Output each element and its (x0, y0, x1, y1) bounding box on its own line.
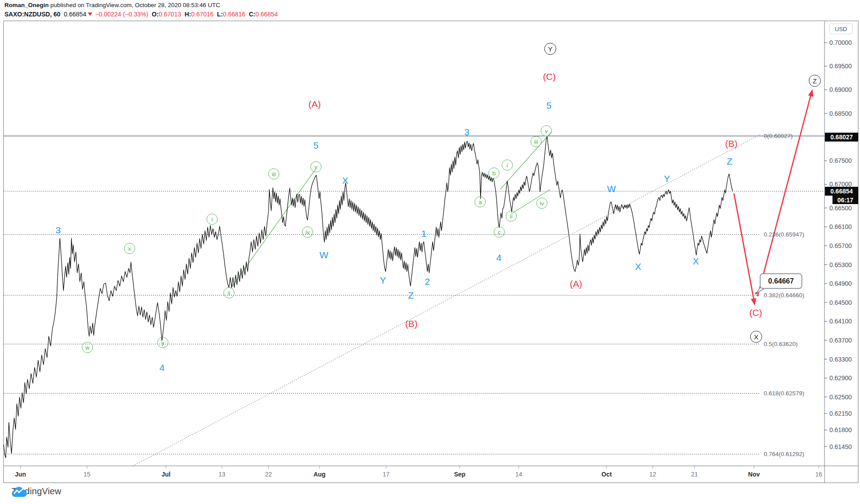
price-tick-label: 0.62500 (829, 394, 852, 400)
price-tick-label: 0.66100 (829, 224, 852, 230)
wave-label-blue: Y (380, 276, 386, 285)
time-axis-label: 14 (515, 471, 522, 477)
price-tick-label: 0.61800 (829, 427, 852, 433)
wave-label-blue: 5 (313, 141, 319, 150)
fib-zero-price-tag: 0.68027 (825, 133, 858, 142)
time-axis-label: 12 (649, 471, 656, 477)
fib-level-label: 0.764(0.61292) (764, 451, 805, 457)
chart-page: Roman_Onegin published on TradingView.co… (0, 0, 860, 504)
price-tick-label: 0.64100 (829, 318, 852, 324)
price-tick-label: 0.66500 (829, 205, 852, 211)
fib-level-label: 0.618(0.62579) (764, 390, 805, 397)
time-axis-label: Oct (601, 471, 611, 477)
price-tick-label: 0.61450 (829, 444, 852, 450)
circled-wave-label-green: w (82, 342, 93, 353)
time-axis-label: Jul (162, 471, 170, 477)
projection-arrowhead (751, 298, 756, 306)
time-axis-label: 17 (383, 471, 390, 477)
price-tick-label: 0.62150 (829, 410, 852, 417)
price-tick-label: 0.69500 (829, 63, 852, 69)
time-axis-label: Sep (454, 471, 466, 477)
time-axis-label: 22 (265, 471, 272, 477)
last-price-tag: 0.66854 (825, 187, 858, 196)
time-axis-label: 21 (691, 471, 698, 477)
time-axis-label: 13 (218, 471, 225, 477)
time-axis-label: Nov (748, 471, 760, 477)
price-tick-label: 0.65300 (829, 262, 852, 268)
price-tick-label: 0.64900 (829, 280, 852, 287)
circled-wave-label-green: iii (268, 169, 280, 180)
circled-wave-label-black: Z (809, 75, 821, 87)
projection-arrow-line (734, 193, 754, 303)
circled-wave-label-green: b (489, 168, 500, 179)
time-axis-label: 15 (83, 471, 91, 477)
circled-wave-label-black: Y (544, 43, 556, 55)
tradingview-footer: TradingView (12, 486, 61, 496)
circled-wave-label-green: a (475, 197, 486, 208)
circled-wave-label-green: v (311, 161, 322, 173)
circled-wave-label-green: i (502, 160, 513, 171)
price-tick-label: 0.69000 (829, 87, 852, 93)
wave-label-blue: W (320, 250, 328, 260)
bar-countdown-tag: 06:17 (832, 196, 858, 204)
wave-label-blue: W (607, 184, 616, 193)
price-tick-label: 0.63700 (829, 337, 852, 343)
wave-label-blue: 2 (425, 277, 430, 286)
fib-level-label: 0(0.68027) (764, 133, 793, 139)
time-axis-label: Jun (15, 471, 26, 477)
price-tick-label: 0.63300 (829, 356, 852, 362)
circled-wave-label-black: X (750, 331, 762, 343)
fib-level-label: 0.5(0.63620) (764, 341, 798, 347)
wave-label-blue: X (693, 256, 699, 266)
wave-label-blue: X (635, 262, 641, 271)
circled-wave-label-green: iv (302, 227, 313, 238)
fib-level-label: 0.382(0.64660) (764, 292, 805, 299)
wave-label-red: (B) (725, 139, 738, 148)
wave-label-red: (C) (749, 308, 762, 317)
wave-label-red: (C) (543, 72, 556, 81)
wave-label-blue: Z (408, 291, 414, 300)
wave-label-blue: X (342, 176, 348, 185)
circled-wave-label-green: y (158, 337, 169, 348)
wave-label-blue: 5 (546, 101, 552, 110)
circled-wave-label-green: ii (224, 287, 235, 299)
fib-anchor-dot (755, 292, 757, 295)
projection-arrow-line (757, 91, 812, 296)
circled-wave-label-green: x (124, 243, 135, 254)
circled-wave-label-green: c (494, 227, 505, 238)
tradingview-logo-icon[interactable] (12, 486, 27, 498)
circled-wave-label-green: iii (531, 136, 542, 147)
price-tick-label: 0.67500 (829, 158, 852, 164)
wave-label-blue: Z (727, 157, 733, 166)
price-target-tooltip: 0.64667 (760, 273, 802, 289)
price-tick-label: 0.64500 (829, 299, 852, 306)
circled-wave-label-green: iv (537, 198, 548, 209)
projection-arrowhead (808, 89, 813, 97)
wave-label-red: (A) (308, 99, 321, 109)
wave-label-blue: 4 (159, 363, 165, 372)
circled-wave-label-green: ii (506, 211, 517, 222)
wave-label-blue: Y (664, 174, 670, 183)
wave-label-blue: 4 (496, 253, 501, 262)
circled-wave-label-green: i (207, 214, 218, 225)
time-axis-label: 16 (815, 471, 822, 477)
price-tick-label: 0.68500 (829, 110, 852, 117)
wave-label-blue: 3 (464, 127, 469, 137)
wave-label-red: (A) (570, 279, 582, 288)
wave-label-blue: 1 (421, 229, 426, 238)
price-line-series (4, 137, 733, 458)
time-axis-label: Aug (313, 471, 325, 477)
fib-level-label: 0.236(0.65947) (764, 232, 805, 238)
currency-toggle-button[interactable]: USD (829, 24, 852, 34)
price-tick-label: 0.62900 (829, 375, 852, 381)
price-tick-label: 0.65700 (829, 243, 852, 249)
price-tick-label: 0.70000 (829, 39, 852, 46)
wave-label-blue: 3 (55, 225, 61, 235)
wave-label-red: (B) (405, 319, 418, 328)
circled-wave-label-green: v (541, 126, 552, 137)
